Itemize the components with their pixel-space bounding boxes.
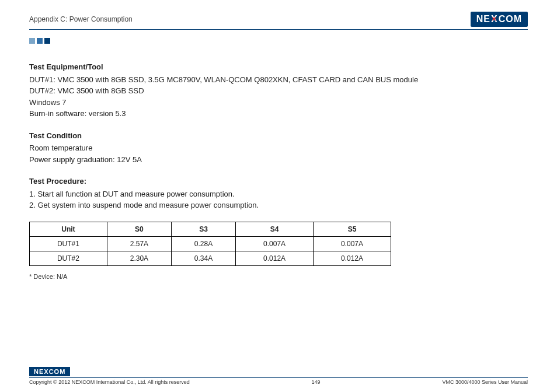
manual-title: VMC 3000/4000 Series User Manual (442, 379, 528, 385)
logo-x: X (44, 368, 48, 375)
header-title: Appendix C: Power Consumption (29, 15, 133, 23)
text-line: DUT#2: VMC 3500 with 8GB SSD (29, 85, 528, 97)
table-row: DUT#2 2.30A 0.34A 0.012A 0.012A (30, 251, 391, 265)
decorative-squares (29, 38, 528, 44)
section-procedure: Test Procedure: 1. Start all function at… (29, 176, 528, 211)
footer-logo: NEXCOM (29, 367, 70, 376)
text-line: Burn-in software: version 5.3 (29, 108, 528, 120)
square-icon (37, 38, 43, 44)
text-line: 2. Get system into suspend mode and meas… (29, 200, 528, 211)
table-cell: 2.30A (107, 251, 171, 265)
main-content: Test Equipment/Tool DUT#1: VMC 3500 with… (29, 61, 528, 281)
table-cell: 0.28A (171, 236, 235, 251)
table-cell: 2.57A (107, 236, 171, 251)
text-line: Room temperature (29, 142, 528, 154)
table-header-row: Unit S0 S3 S4 S5 (30, 222, 391, 236)
table-header: S3 (171, 222, 235, 236)
table-header: Unit (30, 222, 107, 236)
logo-nexcom: NEXCOM (471, 12, 528, 27)
table-header: S5 (314, 222, 391, 236)
section-title: Test Procedure: (29, 176, 528, 187)
table-row: DUT#1 2.57A 0.28A 0.007A 0.007A (30, 236, 391, 251)
table-header: S4 (236, 222, 314, 236)
page-number: 149 (312, 379, 321, 385)
text-line: 1. Start all function at DUT and measure… (29, 188, 528, 200)
section-title: Test Condition (29, 130, 528, 142)
table-header: S0 (107, 222, 171, 236)
text-line: Power supply graduation: 12V 5A (29, 154, 528, 166)
table-cell: 0.012A (314, 251, 391, 265)
table-cell: 0.012A (236, 251, 314, 265)
section-title: Test Equipment/Tool (29, 61, 528, 73)
section-condition: Test Condition Room temperature Power su… (29, 130, 528, 166)
table-cell: DUT#2 (30, 251, 107, 265)
text-line: Windows 7 (29, 97, 528, 108)
table-cell: 0.34A (171, 251, 235, 265)
table-cell: 0.007A (314, 236, 391, 251)
copyright-text: Copyright © 2012 NEXCOM International Co… (29, 379, 190, 385)
square-icon (44, 38, 50, 44)
table-cell: DUT#1 (30, 236, 107, 251)
logo-post: COM (499, 14, 522, 24)
logo-post: COM (49, 368, 66, 375)
square-icon (29, 38, 35, 44)
table-footnote: * Device: N/A (29, 272, 528, 282)
logo-pre: NE (34, 368, 44, 375)
logo-x: X (490, 14, 499, 24)
section-equipment: Test Equipment/Tool DUT#1: VMC 3500 with… (29, 61, 528, 120)
page-footer: NEXCOM Copyright © 2012 NEXCOM Internati… (29, 366, 528, 385)
text-line: DUT#1: VMC 3500 with 8GB SSD, 3.5G MC879… (29, 74, 528, 86)
table-cell: 0.007A (236, 236, 314, 251)
power-consumption-table: Unit S0 S3 S4 S5 DUT#1 2.57A 0.28A 0.007… (29, 222, 391, 266)
logo-pre: NE (476, 14, 490, 24)
page-header: Appendix C: Power Consumption NEXCOM (29, 12, 528, 30)
footer-line: Copyright © 2012 NEXCOM International Co… (29, 377, 528, 385)
